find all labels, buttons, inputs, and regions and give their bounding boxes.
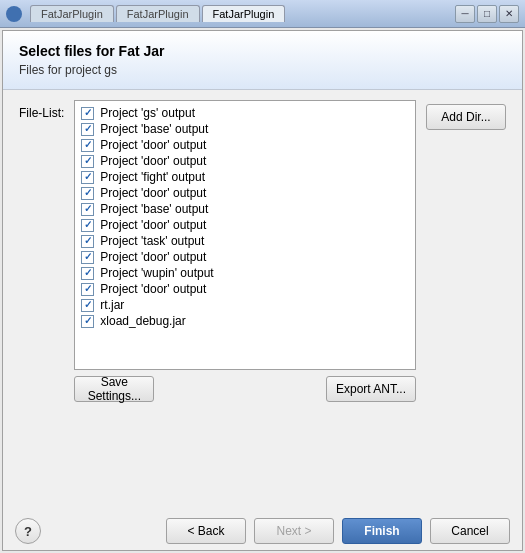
cancel-button[interactable]: Cancel [430, 518, 510, 544]
list-item[interactable]: Project 'wupin' output [79, 265, 411, 281]
list-item[interactable]: Project 'door' output [79, 153, 411, 169]
export-row: Save Settings... Export ANT... [74, 376, 416, 406]
file-item-label: Project 'door' output [100, 218, 206, 232]
help-button[interactable]: ? [15, 518, 41, 544]
file-item-label: Project 'base' output [100, 202, 208, 216]
maximize-button[interactable]: □ [477, 5, 497, 23]
window-controls: ─ □ ✕ [455, 5, 519, 23]
file-checkbox[interactable] [81, 187, 94, 200]
minimize-button[interactable]: ─ [455, 5, 475, 23]
dialog-body: File-List: Project 'gs' outputProject 'b… [3, 90, 522, 512]
tab-3[interactable]: FatJarPlugin [202, 5, 286, 22]
export-ant-button[interactable]: Export ANT... [326, 376, 416, 402]
close-button[interactable]: ✕ [499, 5, 519, 23]
file-item-label: Project 'task' output [100, 234, 204, 248]
file-item-label: Project 'gs' output [100, 106, 195, 120]
app-icon [6, 6, 22, 22]
file-checkbox[interactable] [81, 299, 94, 312]
file-item-label: Project 'wupin' output [100, 266, 213, 280]
dialog-subtitle: Files for project gs [19, 63, 506, 77]
bottom-bar: ? < Back Next > Finish Cancel [3, 512, 522, 550]
list-item[interactable]: Project 'door' output [79, 281, 411, 297]
file-item-label: Project 'base' output [100, 122, 208, 136]
title-bar: FatJarPlugin FatJarPlugin FatJarPlugin ─… [0, 0, 525, 28]
tab-2[interactable]: FatJarPlugin [116, 5, 200, 22]
dialog-title: Select files for Fat Jar [19, 43, 506, 59]
file-item-label: Project 'fight' output [100, 170, 205, 184]
list-item[interactable]: Project 'door' output [79, 185, 411, 201]
file-list-area: Project 'gs' outputProject 'base' output… [74, 100, 416, 406]
list-item[interactable]: Project 'gs' output [79, 105, 411, 121]
file-item-label: Project 'door' output [100, 186, 206, 200]
file-list-box[interactable]: Project 'gs' outputProject 'base' output… [74, 100, 416, 370]
dialog-container: Select files for Fat Jar Files for proje… [2, 30, 523, 551]
list-item[interactable]: xload_debug.jar [79, 313, 411, 329]
list-item[interactable]: Project 'base' output [79, 121, 411, 137]
file-checkbox[interactable] [81, 315, 94, 328]
file-checkbox[interactable] [81, 107, 94, 120]
list-item[interactable]: rt.jar [79, 297, 411, 313]
file-item-label: xload_debug.jar [100, 314, 185, 328]
dialog-header: Select files for Fat Jar Files for proje… [3, 31, 522, 90]
list-item[interactable]: Project 'task' output [79, 233, 411, 249]
finish-button[interactable]: Finish [342, 518, 422, 544]
file-item-label: Project 'door' output [100, 282, 206, 296]
file-item-label: Project 'door' output [100, 154, 206, 168]
file-checkbox[interactable] [81, 267, 94, 280]
list-item[interactable]: Project 'door' output [79, 217, 411, 233]
file-checkbox[interactable] [81, 219, 94, 232]
file-checkbox[interactable] [81, 203, 94, 216]
list-item[interactable]: Project 'door' output [79, 137, 411, 153]
file-checkbox[interactable] [81, 171, 94, 184]
file-checkbox[interactable] [81, 155, 94, 168]
file-list-label: File-List: [19, 106, 64, 120]
add-dir-button[interactable]: Add Dir... [426, 104, 506, 130]
file-checkbox[interactable] [81, 283, 94, 296]
list-item[interactable]: Project 'fight' output [79, 169, 411, 185]
save-settings-button[interactable]: Save Settings... [74, 376, 154, 402]
file-checkbox[interactable] [81, 235, 94, 248]
file-item-label: Project 'door' output [100, 250, 206, 264]
file-checkbox[interactable] [81, 123, 94, 136]
right-buttons: Add Dir... [426, 100, 506, 130]
back-button[interactable]: < Back [166, 518, 246, 544]
file-checkbox[interactable] [81, 139, 94, 152]
file-checkbox[interactable] [81, 251, 94, 264]
tab-1[interactable]: FatJarPlugin [30, 5, 114, 22]
file-item-label: rt.jar [100, 298, 124, 312]
next-button[interactable]: Next > [254, 518, 334, 544]
file-item-label: Project 'door' output [100, 138, 206, 152]
list-item[interactable]: Project 'door' output [79, 249, 411, 265]
title-tabs: FatJarPlugin FatJarPlugin FatJarPlugin [30, 5, 451, 22]
list-item[interactable]: Project 'base' output [79, 201, 411, 217]
